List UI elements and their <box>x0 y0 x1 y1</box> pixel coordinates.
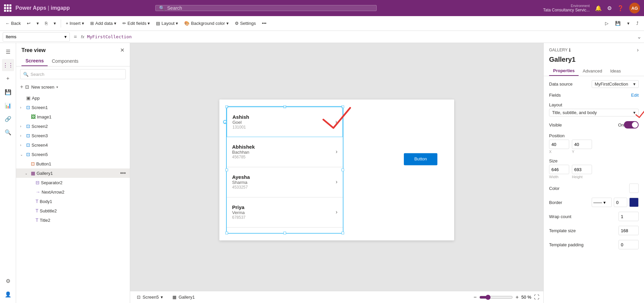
background-color-button[interactable]: 🎨 Background color ▾ <box>181 18 231 29</box>
sidebar-insert-icon[interactable]: + <box>2 72 14 85</box>
canvas-button-widget[interactable]: Button <box>404 153 437 165</box>
tab-ideas[interactable]: Ideas <box>606 66 625 76</box>
fields-edit-button[interactable]: Edit <box>631 93 639 98</box>
template-padding-input[interactable] <box>619 240 639 249</box>
props-expand-button[interactable]: › <box>637 47 639 53</box>
paste-dropdown[interactable]: ▾ <box>51 18 59 29</box>
tree-item-title2[interactable]: T Title2 <box>16 215 130 225</box>
publish-dropdown[interactable]: ▾ <box>625 18 632 29</box>
gallery-item[interactable]: Priya Verma 678537 › <box>227 197 343 228</box>
tree-item-button1[interactable]: ⊡ Button1 <box>16 159 130 168</box>
edit-fields-button[interactable]: ✏ Edit fields ▾ <box>120 18 153 29</box>
tab-properties[interactable]: Properties <box>549 66 579 76</box>
tree-item-screen1[interactable]: › ⊡ Screen1 <box>16 103 130 112</box>
sidebar-tree-icon[interactable]: ⋮⋮ <box>2 59 14 71</box>
back-icon: ← <box>5 21 10 26</box>
tab-screens[interactable]: Screens <box>21 56 48 66</box>
tree-item-label: Screen3 <box>32 133 126 138</box>
notification-icon[interactable]: 🔔 <box>595 5 602 11</box>
tree-item-app[interactable]: ▣ App <box>16 93 130 103</box>
zoom-slider[interactable] <box>479 295 513 300</box>
screen-tab[interactable]: ⊡ Screen5 ▾ <box>134 293 166 301</box>
border-style-selector[interactable]: —— ▾ <box>592 198 612 207</box>
image-icon: 🖼 <box>31 114 36 119</box>
share-button[interactable]: ⤴ <box>634 18 641 29</box>
tree-item-screen3[interactable]: › ⊡ Screen3 <box>16 131 130 140</box>
save-button[interactable]: 💾 <box>612 18 623 29</box>
data-source-selector[interactable]: MyFirstCollection ▾ <box>592 80 639 88</box>
border-width-input[interactable] <box>614 198 627 207</box>
more-button[interactable]: ••• <box>259 18 269 29</box>
preview-button[interactable]: ▷ <box>602 18 611 29</box>
position-y-input[interactable] <box>572 140 592 149</box>
insert-button[interactable]: + Insert ▾ <box>63 18 87 29</box>
position-x-input[interactable] <box>549 140 569 149</box>
back-button[interactable]: ← Back <box>3 18 23 29</box>
new-screen-button[interactable]: + ⊡ New screen ▾ <box>16 82 130 92</box>
gallery-item[interactable]: Ayesha Sharma 4533257 › <box>227 167 343 197</box>
main-layout: ☰ ⋮⋮ + 💾 📊 🔗 🔍 ⚙ 👤 Tree view ✕ Screens C… <box>0 43 644 303</box>
layout-label: Layout <box>549 102 639 107</box>
tree-item-separator2[interactable]: ⊟ Separator2 <box>16 178 130 187</box>
wrap-count-input[interactable] <box>619 212 639 221</box>
tree-item-subtitle2[interactable]: T Subtitle2 <box>16 206 130 215</box>
size-height-input[interactable] <box>572 165 592 174</box>
zoom-in-button[interactable]: + <box>516 294 519 300</box>
gallery-tab[interactable]: ▦ Gallery1 <box>170 293 197 301</box>
chevron-down-icon: ▾ <box>603 200 606 205</box>
gallery-item[interactable]: Abhishek Bachhan 456785 › <box>227 137 343 167</box>
border-color-swatch[interactable] <box>629 198 639 207</box>
sidebar-connect-icon[interactable]: 🔗 <box>2 113 14 125</box>
formula-input[interactable]: MyFirstCollection <box>87 34 634 39</box>
tree-item-image1[interactable]: 🖼 Image1 <box>16 112 130 121</box>
zoom-out-button[interactable]: − <box>474 294 477 300</box>
template-size-input[interactable] <box>619 226 639 235</box>
tree-item-screen4[interactable]: › ⊡ Screen4 <box>16 140 130 150</box>
undo-dropdown[interactable]: ▾ <box>34 18 42 29</box>
handle-bc[interactable] <box>283 232 286 234</box>
add-data-button[interactable]: ⊞ Add data ▾ <box>88 18 119 29</box>
sidebar-search-icon[interactable]: 🔍 <box>2 126 14 138</box>
size-width-input[interactable] <box>549 165 569 174</box>
global-search[interactable]: 🔍 Search <box>155 5 377 11</box>
tree-close-button[interactable]: ✕ <box>120 47 124 53</box>
gallery-item-content: Abhishek Bachhan 456785 <box>232 144 336 159</box>
sidebar-analytics-icon[interactable]: 📊 <box>2 99 14 111</box>
tab-components[interactable]: Components <box>48 56 82 66</box>
color-swatch[interactable] <box>629 184 639 193</box>
layout-button[interactable]: ▤ Layout ▾ <box>153 18 181 29</box>
position-label: Position <box>549 133 639 138</box>
handle-bl[interactable] <box>225 232 228 234</box>
settings-button[interactable]: ⚙ Settings <box>232 18 259 29</box>
sidebar-data-icon[interactable]: 💾 <box>2 86 14 98</box>
tree-item-screen5[interactable]: ⌄ ⊡ Screen5 <box>16 150 130 159</box>
tab-advanced[interactable]: Advanced <box>579 66 606 76</box>
tree-item-nextarrow2[interactable]: → NextArrow2 <box>16 187 130 197</box>
layout-selector[interactable]: Title, subtitle, and body ▾ <box>549 109 639 116</box>
chevron-down-icon: ▾ <box>64 34 67 39</box>
tree-item-body1[interactable]: T Body1 <box>16 197 130 206</box>
copy-button[interactable]: ⎘ <box>42 18 50 29</box>
search-icon: 🔍 <box>159 5 165 11</box>
help-icon[interactable]: ❓ <box>617 5 624 11</box>
more-icon[interactable]: ••• <box>120 170 126 176</box>
tree-search[interactable]: 🔍 Search <box>20 69 126 79</box>
undo-button[interactable]: ↩ <box>24 18 33 29</box>
avatar[interactable]: AG <box>629 3 640 13</box>
gallery-item-body: 456785 <box>232 155 336 159</box>
fullscreen-button[interactable]: ⛶ <box>534 294 539 300</box>
sidebar-nav-icon[interactable]: ☰ <box>2 46 14 58</box>
formula-chevron[interactable]: ⌄ <box>637 34 641 40</box>
visible-toggle[interactable] <box>624 121 639 129</box>
property-selector[interactable]: Items ▾ <box>3 32 70 42</box>
tree-item-screen2[interactable]: › ⊡ Screen2 <box>16 121 130 131</box>
canvas-content[interactable]: ✓ Ashish Goel 131001 › Abhishek B <box>130 43 543 291</box>
apps-icon[interactable] <box>4 4 11 12</box>
tree-item-gallery1[interactable]: ⌄ ▦ Gallery1 ••• <box>16 168 130 178</box>
sidebar-settings-bottom-icon[interactable]: ⚙ <box>2 275 14 287</box>
handle-br[interactable] <box>341 232 344 234</box>
settings-icon[interactable]: ⚙ <box>607 5 612 11</box>
y-label: Y <box>572 150 592 154</box>
sidebar-user-icon[interactable]: 👤 <box>2 288 14 300</box>
tree-tabs: Screens Components <box>16 56 130 66</box>
